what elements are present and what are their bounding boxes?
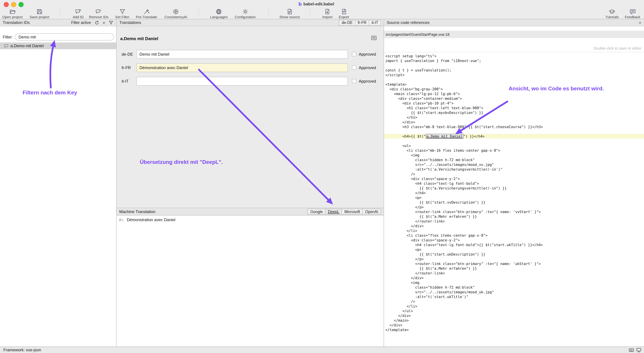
- code-line: <router-link class="btn-primary" :to="{ …: [385, 261, 644, 266]
- keyboard-icon[interactable]: [629, 347, 634, 353]
- language-label: fr-FR: [122, 63, 131, 72]
- zoom-button[interactable]: [18, 2, 24, 7]
- code-line: <p>: [385, 195, 644, 200]
- code-line: <img: [385, 280, 644, 285]
- code-line: </div>: [385, 323, 644, 327]
- languages-icon: [216, 8, 222, 15]
- code-line: src="../../assets/images/mood_vv.jpg": [385, 162, 644, 167]
- framework-label: Framework: vue-json: [3, 347, 41, 352]
- comment-icon[interactable]: [371, 35, 377, 41]
- code-line: </script>: [385, 73, 644, 77]
- machine-translation-header: Machine Translation GoogleDeepLMicrosoft…: [116, 208, 384, 215]
- translation-id-item[interactable]: a.Demo mit Daniel: [0, 43, 116, 49]
- code-line: <div class="container-medium">: [385, 96, 644, 101]
- clear-filter-icon[interactable]: ×: [102, 20, 106, 25]
- source-panel-header: Source code references ×: [384, 19, 644, 26]
- filter-icon[interactable]: [108, 20, 114, 25]
- shortcut-badge: ⌘1: [118, 218, 124, 222]
- code-line: <main class="lg:px-12 lg:pb-6">: [385, 91, 644, 96]
- code-line: </router-link>: [385, 219, 644, 223]
- set-filter-icon: [119, 8, 126, 15]
- remove-ids-icon: [96, 8, 102, 15]
- machine-translation-title: Machine Translation: [119, 209, 156, 214]
- toolbar-button-pre-translate[interactable]: Pre-Translate: [136, 8, 157, 19]
- source-panel: Source code references × src/pages/start…: [384, 19, 644, 346]
- code-line: </div>: [385, 275, 644, 280]
- code-line: class="hidden h-72 md:block": [385, 157, 644, 162]
- filter-input[interactable]: [15, 33, 114, 41]
- code-line: </li>: [385, 304, 644, 308]
- close-panel-icon[interactable]: ×: [639, 21, 641, 25]
- code-line: </h4>: [385, 190, 644, 195]
- mt-tab-deepl[interactable]: DeepL: [325, 209, 342, 214]
- toolbar-button-import[interactable]: Import: [322, 8, 332, 19]
- toolbar-button-consistencyai[interactable]: ConsistencyAI: [164, 8, 187, 19]
- code-line: <li class="mb-16 flex items-center gap-x…: [385, 148, 644, 153]
- toolbar-button-feedback[interactable]: Feedback: [625, 8, 640, 19]
- filter-label: Filter:: [3, 35, 13, 40]
- language-label: de-DE: [122, 50, 133, 59]
- display-icon[interactable]: [636, 347, 641, 353]
- translation-ids-panel: Translation IDs Filter active × Filter: …: [0, 19, 116, 346]
- window-title: babel-edit.babel: [304, 2, 334, 6]
- language-tab-fr-fr[interactable]: fr-FR: [355, 20, 369, 26]
- translation-row-fr-FR: fr-FRApproved: [116, 63, 384, 72]
- toolbar-divider: [60, 9, 60, 17]
- code-line: </ul>: [385, 308, 644, 313]
- code-line: <div class="space-y-2">: [385, 238, 644, 242]
- toolbar-button-open-project[interactable]: Open project: [2, 8, 22, 19]
- source-reference-path[interactable]: src/pages/start/GuestStartPage.vue:18: [384, 31, 644, 38]
- machine-translation-result[interactable]: ⌘1 Démonstration avec Daniel: [118, 217, 175, 222]
- language-tab-it-it[interactable]: it-IT: [369, 20, 381, 26]
- toolbar-button-languages[interactable]: Languages: [210, 8, 228, 19]
- toolbar-button-configuration[interactable]: Configuration: [235, 8, 256, 19]
- code-line: {{ $t("a.Versicherungsvermittler/-in") }…: [385, 186, 644, 190]
- code-line: :alt="t('start.ukTitle')": [385, 294, 644, 299]
- mt-tab-google[interactable]: Google: [308, 209, 326, 214]
- annotation-deepl-note: Übersetzung direkt mit "DeepL".: [140, 159, 223, 165]
- code-line: [385, 77, 644, 82]
- toolbar-button-set-filter[interactable]: Set Filter: [115, 8, 129, 19]
- code-line: </main>: [385, 318, 644, 323]
- translations-header: Translations de-DEfr-FRit-IT: [116, 19, 384, 26]
- translation-input-it-IT[interactable]: [136, 77, 348, 86]
- translation-input-de-DE[interactable]: [136, 50, 348, 59]
- selected-translation-id: a.Demo mit Daniel: [120, 36, 158, 41]
- code-line: />: [385, 172, 644, 176]
- toolbar-button-label: Import: [322, 15, 332, 19]
- annotation-source-note: Ansicht, wo im Code es benutzt wird.: [508, 86, 604, 92]
- toolbar-button-save-project[interactable]: Save project: [30, 8, 49, 19]
- approved-checkbox[interactable]: [352, 52, 356, 56]
- refresh-filter-icon[interactable]: [94, 20, 99, 25]
- translation-input-fr-FR[interactable]: [136, 63, 348, 72]
- code-line: </li>: [385, 228, 644, 233]
- toolbar-button-label: Tutorials: [605, 15, 619, 19]
- translations-panel: Translations de-DEfr-FRit-IT a.Demo mit …: [116, 19, 384, 346]
- minimize-button[interactable]: [11, 2, 16, 7]
- mt-tab-openai[interactable]: OpenAI: [362, 209, 381, 214]
- approved-checkbox[interactable]: [352, 65, 356, 70]
- toolbar-button-tutorials[interactable]: Tutorials: [605, 8, 619, 19]
- pre-translate-icon: [143, 8, 150, 15]
- code-line: import { useTranslation } from "i18next-…: [385, 58, 644, 63]
- mt-tab-microsoft[interactable]: Microsoft: [342, 209, 363, 214]
- code-line: </p>: [385, 257, 644, 261]
- approved-label: Approved: [359, 63, 376, 72]
- code-line: src="../../assets/images/mood_uk.jpg": [385, 290, 644, 294]
- save-project-icon: [36, 8, 42, 15]
- toolbar-button-export[interactable]: Export: [339, 8, 349, 19]
- highlighted-translation-key[interactable]: a.Demo mit Daniel: [426, 134, 463, 139]
- machine-translation-content: ⌘1 Démonstration avec Daniel: [116, 216, 384, 346]
- toolbar-divider: [310, 9, 310, 17]
- toolbar-button-add-id[interactable]: Add ID: [73, 8, 84, 19]
- translation-ids-title: Translation IDs: [3, 20, 30, 25]
- toolbar-button-label: ConsistencyAI: [164, 15, 187, 19]
- toolbar-button-remove-ids[interactable]: Remove IDs: [89, 8, 108, 19]
- toolbar-button-label: Remove IDs: [89, 15, 108, 19]
- code-line: <ul>: [385, 143, 644, 148]
- code-line: <h3 class="mb-8 text-blue-900">{{ $t("st…: [385, 124, 644, 129]
- toolbar-button-show-source[interactable]: Show source: [280, 8, 300, 19]
- close-button[interactable]: [4, 2, 9, 7]
- language-tab-de-de[interactable]: de-DE: [339, 20, 355, 26]
- approved-checkbox[interactable]: [352, 79, 356, 83]
